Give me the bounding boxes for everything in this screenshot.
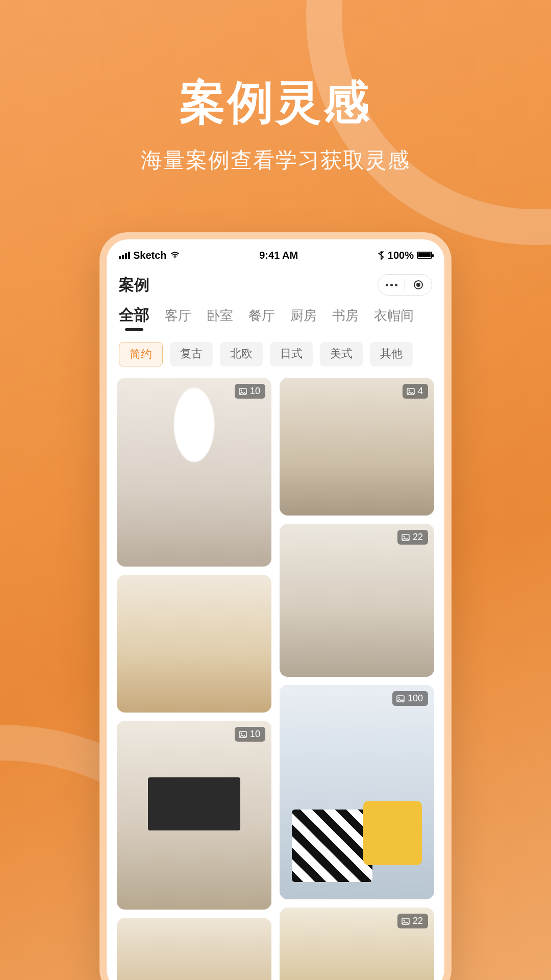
status-bar: Sketch 9:41 AM 100% [107,243,444,267]
svg-point-6 [409,389,410,391]
case-image [117,575,271,713]
tab-kitchen[interactable]: 厨房 [290,307,317,325]
chip-retro[interactable]: 复古 [170,342,213,366]
bluetooth-icon [378,251,385,260]
page-title: 案例 [119,275,149,296]
case-image [117,918,271,980]
carrier-text: Sketch [133,250,167,261]
case-card[interactable]: 4 [280,378,434,516]
tab-closet[interactable]: 衣帽间 [374,307,414,325]
chip-japanese[interactable]: 日式 [270,342,313,366]
capsule-menu-button[interactable] [378,275,405,295]
chip-simple[interactable]: 简约 [119,342,163,366]
tab-living[interactable]: 客厅 [165,307,191,325]
image-icon [402,918,410,925]
battery-text: 100% [388,250,414,261]
photo-count-badge: 22 [397,530,428,545]
phone-frame: Sketch 9:41 AM 100% 案例 全部 客厅 [99,232,452,980]
hero: 案例灵感 海量案例查看学习获取灵感 [0,71,551,175]
image-icon [239,388,247,395]
image-icon [239,731,247,738]
photo-count-badge: 22 [397,914,428,928]
tab-dining[interactable]: 餐厅 [248,307,275,325]
case-grid[interactable]: 10 10 4 22 [107,375,444,980]
chip-other[interactable]: 其他 [370,342,413,366]
tab-all[interactable]: 全部 [119,305,149,326]
app-bar: 案例 [107,267,444,302]
case-card[interactable] [117,918,271,980]
case-card[interactable]: 10 [117,721,271,910]
room-tabs: 全部 客厅 卧室 餐厅 厨房 书房 衣帽间 [107,302,444,331]
case-card[interactable]: 10 [117,378,271,567]
hero-title: 案例灵感 [0,71,551,134]
case-image [117,721,271,910]
status-left: Sketch [119,250,180,261]
photo-count-badge: 4 [403,384,428,399]
style-chips: 简约 复古 北欧 日式 美式 其他 [107,331,444,375]
chip-nordic[interactable]: 北欧 [220,342,263,366]
status-right: 100% [378,250,432,261]
svg-point-10 [398,697,400,698]
svg-point-0 [174,257,175,258]
ellipsis-icon [386,284,397,286]
svg-point-4 [241,732,242,734]
case-image [280,685,434,899]
case-card[interactable] [117,575,271,713]
case-image [280,524,434,677]
image-icon [396,695,405,702]
svg-point-12 [404,919,405,921]
wifi-icon [170,250,180,260]
hero-subtitle: 海量案例查看学习获取灵感 [0,146,551,175]
case-card[interactable]: 22 [280,524,434,677]
svg-point-2 [241,389,242,391]
miniapp-capsule [378,274,432,296]
signal-icon [119,252,130,259]
status-time: 9:41 AM [259,250,298,261]
case-image [117,378,271,567]
tab-study[interactable]: 书房 [332,307,359,325]
chip-american[interactable]: 美式 [320,342,363,366]
image-icon [402,534,410,541]
tab-bedroom[interactable]: 卧室 [207,307,233,325]
svg-point-8 [404,535,405,537]
photo-count-badge: 100 [392,691,428,706]
photo-count-badge: 10 [235,727,265,742]
case-card[interactable]: 22 [280,908,434,980]
photo-count-badge: 10 [235,384,265,399]
capsule-close-button[interactable] [405,275,432,295]
target-icon [414,280,423,289]
image-icon [407,388,415,395]
battery-icon [417,252,432,259]
case-card[interactable]: 100 [280,685,434,899]
